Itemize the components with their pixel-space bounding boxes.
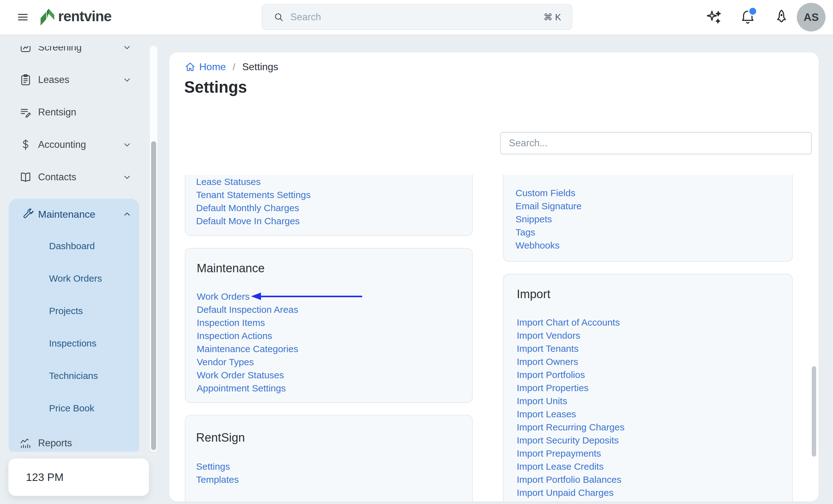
settings-link[interactable]: Snippets: [516, 213, 792, 226]
global-search-placeholder: Search: [290, 11, 544, 23]
settings-link[interactable]: Tenant Statements Settings: [196, 188, 472, 201]
rentvine-logo[interactable]: rentvine: [39, 7, 112, 26]
settings-link[interactable]: Tags: [516, 226, 792, 239]
settings-link[interactable]: Import Portfolios: [517, 368, 792, 381]
settings-link[interactable]: Import Portfolio Balances: [517, 473, 792, 486]
sidebar-item-maintenance[interactable]: Maintenance: [9, 199, 139, 230]
settings-link[interactable]: Vendor Types: [197, 356, 472, 369]
settings-link[interactable]: Default Monthly Charges: [196, 201, 472, 215]
notifications-bell-icon[interactable]: [739, 8, 756, 25]
settings-link[interactable]: Appointment Settings: [197, 382, 472, 395]
brand-name: rentvine: [58, 8, 112, 25]
settings-link[interactable]: Import Chart of Accounts: [517, 316, 792, 329]
sidebar-subitem[interactable]: Technicians: [9, 360, 139, 392]
card-maintenance: Maintenance Work OrdersDefault Inspectio…: [185, 248, 473, 403]
rentvine-leaf-icon: [39, 7, 55, 26]
settings-link[interactable]: Import Units: [517, 395, 792, 408]
settings-cards-scroll-area: Lease StatusesTenant Statements Settings…: [169, 175, 819, 502]
updates-rocket-icon[interactable]: [773, 8, 790, 25]
sidebar-item-reports[interactable]: Reports: [0, 427, 150, 452]
card-links: Custom FieldsEmail SignatureSnippetsTags…: [516, 186, 792, 252]
settings-link[interactable]: Inspection Actions: [197, 329, 472, 343]
settings-link[interactable]: Import Recurring Charges: [517, 421, 792, 434]
breadcrumb-home-link[interactable]: Home: [199, 61, 226, 73]
settings-search-input[interactable]: [500, 132, 812, 154]
card-import: Import Import Chart of AccountsImport Ve…: [503, 274, 793, 502]
sidebar-item-leases[interactable]: Leases: [0, 64, 150, 96]
chevron-down-icon: [122, 46, 132, 52]
breadcrumb: Home / Settings: [185, 61, 278, 73]
rentsign-signature-icon: [19, 106, 32, 119]
sidebar-item-screening[interactable]: Screening: [0, 46, 150, 64]
card-rentsign: RentSign SettingsTemplates: [185, 415, 473, 502]
page-scrollbar-thumb[interactable]: [812, 366, 816, 457]
settings-link[interactable]: Import Prepayments: [517, 447, 792, 460]
card-links: Lease StatusesTenant Statements Settings…: [196, 175, 472, 228]
settings-link[interactable]: Import Unpaid Charges: [517, 486, 792, 499]
sidebar-item-label: Maintenance: [38, 209, 95, 220]
sidebar-item-label: Screening: [38, 46, 82, 53]
sidebar-maintenance-section: Maintenance DashboardWork OrdersProjects…: [9, 199, 139, 452]
sidebar-item-label: Accounting: [38, 139, 86, 150]
settings-link[interactable]: Inspection Items: [197, 316, 472, 329]
page-title: Settings: [184, 78, 247, 96]
avatar-initials: AS: [804, 11, 819, 23]
settings-link[interactable]: Lease Statuses: [196, 175, 472, 188]
sidebar-subitem[interactable]: Projects: [9, 295, 139, 327]
card-general-partial: Custom FieldsEmail SignatureSnippetsTags…: [503, 175, 793, 262]
ai-sparkles-icon[interactable]: [706, 9, 722, 26]
sidebar-maintenance-subitems: DashboardWork OrdersProjectsInspectionsT…: [9, 230, 139, 425]
settings-link[interactable]: Email Signature: [516, 200, 792, 213]
sidebar-item-accounting[interactable]: Accounting: [0, 128, 150, 161]
wrench-icon: [22, 208, 34, 221]
sidebar-item-contacts[interactable]: Contacts: [0, 161, 150, 193]
settings-link[interactable]: Import Security Deposits: [517, 434, 792, 447]
card-links: Import Chart of AccountsImport VendorsIm…: [517, 316, 792, 499]
sidebar-item-label: Rentsign: [38, 107, 76, 118]
card-links: Work OrdersDefault Inspection AreasInspe…: [197, 290, 472, 395]
sidebar-item-label: Leases: [38, 74, 69, 85]
settings-link[interactable]: Default Inspection Areas: [197, 303, 472, 316]
settings-link[interactable]: Work Order Statuses: [197, 369, 472, 382]
sidebar: Screening Leases Rentsign Accounting: [0, 46, 158, 452]
settings-link[interactable]: Settings: [196, 460, 472, 473]
avatar[interactable]: AS: [797, 3, 826, 31]
card-leases-partial: Lease StatusesTenant Statements Settings…: [185, 175, 473, 236]
settings-link[interactable]: Default Move In Charges: [196, 215, 472, 228]
main-panel: Home / Settings Settings Lease StatusesT…: [169, 52, 819, 502]
reports-chart-icon: [19, 437, 32, 449]
global-search[interactable]: Search ⌘ K: [262, 4, 572, 30]
settings-link[interactable]: Custom Fields: [516, 186, 792, 200]
settings-link[interactable]: Import Owners: [517, 355, 792, 368]
search-icon: [273, 12, 284, 22]
settings-link[interactable]: Webhooks: [516, 239, 792, 252]
chevron-down-icon: [122, 173, 132, 182]
chevron-down-icon: [122, 75, 132, 84]
sidebar-subitem[interactable]: Dashboard: [9, 230, 139, 262]
arrow-head: [251, 293, 261, 300]
sidebar-scrollbar-track[interactable]: [150, 46, 157, 452]
clock-text: 123 PM: [26, 471, 64, 483]
home-icon: [185, 62, 195, 72]
sidebar-scrollbar-thumb[interactable]: [151, 141, 156, 450]
sidebar-subitem[interactable]: Price Book: [9, 392, 139, 425]
hamburger-menu-icon[interactable]: [16, 10, 29, 24]
settings-link[interactable]: Import Tenants: [517, 342, 792, 355]
settings-link[interactable]: Import Lease Credits: [517, 460, 792, 473]
settings-link[interactable]: Templates: [196, 473, 472, 486]
card-title: Maintenance: [197, 262, 472, 275]
sidebar-item-label: Contacts: [38, 172, 76, 183]
annotation-arrow-work-orders: [251, 293, 362, 300]
settings-link[interactable]: Import Vendors: [517, 329, 792, 342]
sidebar-subitem[interactable]: Work Orders: [9, 262, 139, 295]
chevron-down-icon: [122, 140, 132, 149]
sidebar-subitem[interactable]: Inspections: [9, 327, 139, 360]
notification-dot: [748, 6, 758, 16]
settings-link[interactable]: Import Leases: [517, 408, 792, 421]
settings-link[interactable]: Maintenance Categories: [197, 343, 472, 356]
accounting-dollar-icon: [19, 138, 32, 151]
settings-link[interactable]: Import Properties: [517, 381, 792, 395]
card-links: SettingsTemplates: [196, 460, 472, 486]
sidebar-item-rentsign[interactable]: Rentsign: [0, 96, 150, 128]
screening-icon: [19, 46, 32, 54]
